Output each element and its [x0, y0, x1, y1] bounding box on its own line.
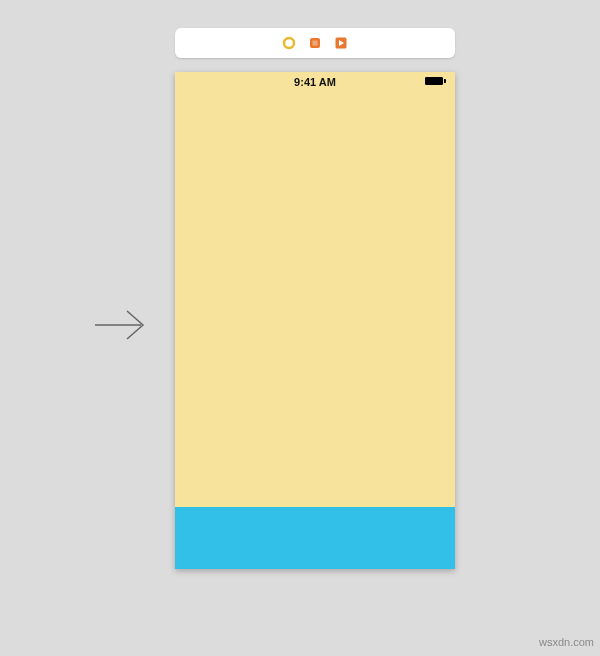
bottom-view[interactable] — [175, 507, 455, 569]
device-frame[interactable]: 9:41 AM — [175, 72, 455, 569]
watermark-label: wsxdn.com — [539, 636, 594, 648]
scene-toolbar — [175, 28, 455, 58]
status-time: 9:41 AM — [294, 76, 336, 88]
scene-dock-icon[interactable] — [307, 35, 323, 51]
top-view[interactable] — [175, 92, 455, 507]
svg-rect-3 — [313, 41, 318, 46]
segue-arrow-icon — [88, 300, 158, 350]
status-bar: 9:41 AM — [175, 72, 455, 92]
storyboard-canvas[interactable]: 9:41 AM wsxdn.com — [0, 0, 600, 656]
battery-icon — [425, 76, 447, 86]
svg-point-1 — [284, 38, 294, 48]
preview-icon[interactable] — [333, 35, 349, 51]
view-controller-scene[interactable]: 9:41 AM — [175, 28, 455, 569]
breakpoint-icon[interactable] — [281, 35, 297, 51]
